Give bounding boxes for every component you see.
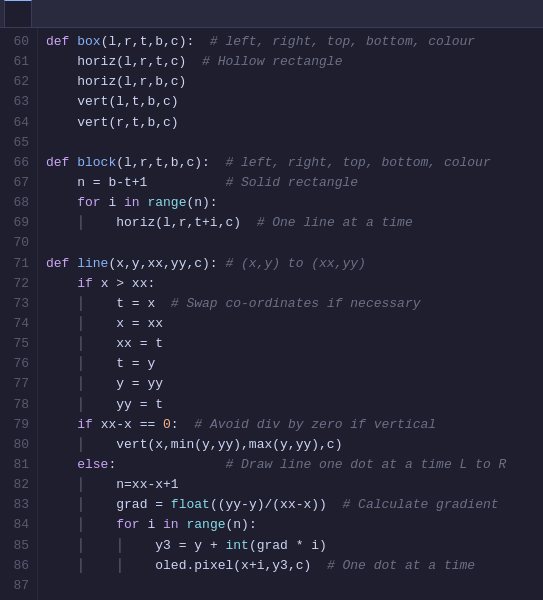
code-token: t = x	[85, 296, 155, 311]
code-token: ((yy-y)/(xx-x))	[210, 497, 327, 512]
code-line: def line(x,y,xx,yy,c): # (x,y) to (xx,yy…	[46, 254, 535, 274]
code-line: else: # Draw line one dot at a time L to…	[46, 455, 535, 475]
code-token: # left, right, top, bottom, colour	[194, 34, 475, 49]
code-token	[85, 517, 116, 532]
code-line: │ │ y3 = y + int(grad * i)	[46, 536, 535, 556]
line-number: 64	[6, 113, 29, 133]
line-number: 67	[6, 173, 29, 193]
code-token	[46, 417, 77, 432]
line-number: 82	[6, 475, 29, 495]
code-token	[85, 538, 116, 553]
code-token: for	[77, 195, 100, 210]
line-number: 77	[6, 374, 29, 394]
code-token: vert(x,min(y,yy),max(y,yy),c)	[85, 437, 342, 452]
code-area: 6061626364656667686970717273747576777879…	[0, 28, 543, 600]
code-token: vert(l,t,b,c)	[46, 94, 179, 109]
code-token: xx = t	[85, 336, 163, 351]
code-token: (grad * i)	[249, 538, 327, 553]
editor-tab[interactable]	[4, 0, 32, 27]
line-number: 72	[6, 274, 29, 294]
code-token: # Solid rectangle	[147, 175, 358, 190]
code-line: │ vert(x,min(y,yy),max(y,yy),c)	[46, 435, 535, 455]
code-token: # Draw line one dot at a time L to R	[116, 457, 506, 472]
code-token: x = xx	[85, 316, 163, 331]
code-token: line	[77, 256, 108, 271]
code-token: # left, right, top, bottom, colour	[210, 155, 491, 170]
line-number: 79	[6, 415, 29, 435]
code-line: if xx-x == 0: # Avoid div by zero if ver…	[46, 415, 535, 435]
code-token	[46, 336, 77, 351]
code-token: oled.pixel(x+i,y3,c)	[124, 558, 311, 573]
code-token: n = b-t+1	[46, 175, 147, 190]
line-number: 66	[6, 153, 29, 173]
code-token: # Hollow rectangle	[186, 54, 342, 69]
line-number: 73	[6, 294, 29, 314]
code-token	[46, 397, 77, 412]
code-token: 0	[163, 417, 171, 432]
code-line	[46, 133, 535, 153]
code-token	[46, 497, 77, 512]
code-line: │ t = y	[46, 354, 535, 374]
code-token: │	[77, 356, 85, 371]
code-token: for	[116, 517, 139, 532]
code-token: i	[140, 517, 163, 532]
line-number: 84	[6, 515, 29, 535]
code-token: y3 = y +	[124, 538, 225, 553]
code-token: │	[77, 477, 85, 492]
line-number: 86	[6, 556, 29, 576]
code-token	[46, 296, 77, 311]
code-token: # (x,y) to (xx,yy)	[218, 256, 366, 271]
code-token: │	[116, 538, 124, 553]
code-token: def	[46, 155, 77, 170]
code-line: n = b-t+1 # Solid rectangle	[46, 173, 535, 193]
code-line: │ grad = float((yy-y)/(xx-x)) # Calculat…	[46, 495, 535, 515]
code-token: horiz(l,r,t+i,c)	[85, 215, 241, 230]
code-token: │	[77, 497, 85, 512]
code-token: (x,y,xx,yy,c):	[108, 256, 217, 271]
code-token: # Calculate gradient	[327, 497, 499, 512]
code-token: block	[77, 155, 116, 170]
code-token: horiz(l,r,t,c)	[46, 54, 186, 69]
code-token: (n):	[186, 195, 217, 210]
code-token: in	[163, 517, 179, 532]
code-token: def	[46, 256, 77, 271]
code-token: │	[77, 316, 85, 331]
code-token: │	[77, 437, 85, 452]
code-token: t = y	[85, 356, 155, 371]
code-token	[46, 558, 77, 573]
code-line	[46, 233, 535, 253]
line-number: 87	[6, 576, 29, 596]
line-number: 88	[6, 596, 29, 600]
line-number: 63	[6, 92, 29, 112]
code-token: yy = t	[85, 397, 163, 412]
code-token: │	[77, 296, 85, 311]
code-line: horiz(l,r,b,c)	[46, 72, 535, 92]
code-token: (l,r,t,b,c):	[101, 34, 195, 49]
code-token: # Avoid div by zero if vertical	[179, 417, 436, 432]
code-token: int	[225, 538, 248, 553]
code-token	[46, 538, 77, 553]
line-number: 75	[6, 334, 29, 354]
line-number: 83	[6, 495, 29, 515]
code-token	[85, 558, 116, 573]
code-content[interactable]: def box(l,r,t,b,c): # left, right, top, …	[38, 28, 543, 600]
line-number: 68	[6, 193, 29, 213]
code-token: │	[116, 558, 124, 573]
code-line	[46, 576, 535, 596]
line-number: 74	[6, 314, 29, 334]
code-token	[46, 195, 77, 210]
code-token: (l,r,t,b,c):	[116, 155, 210, 170]
line-number: 71	[6, 254, 29, 274]
code-token: # Swap co-ordinates if necessary	[155, 296, 420, 311]
code-token: (n):	[226, 517, 257, 532]
code-token: │	[77, 517, 85, 532]
code-line: horiz(l,r,t,c) # Hollow rectangle	[46, 52, 535, 72]
code-line: for i in range(n):	[46, 193, 535, 213]
code-token	[46, 376, 77, 391]
code-token: │	[77, 397, 85, 412]
code-token	[46, 437, 77, 452]
line-number: 61	[6, 52, 29, 72]
code-token: box	[77, 34, 100, 49]
code-token: range	[147, 195, 186, 210]
code-token: # One dot at a time	[311, 558, 475, 573]
